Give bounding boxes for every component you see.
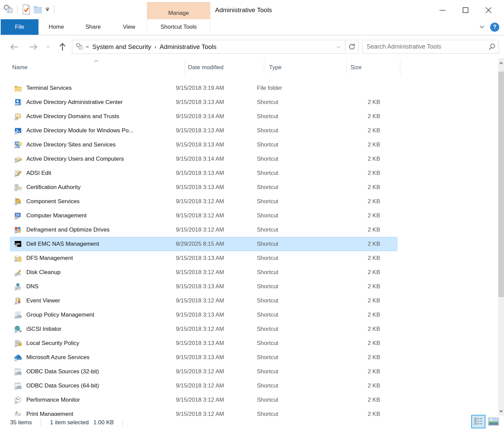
item-name: Component Services <box>23 198 176 205</box>
properties-check-icon[interactable] <box>21 4 32 15</box>
item-type: Shortcut <box>257 340 338 347</box>
table-row[interactable]: Certification Authority 9/15/2018 3:13 A… <box>10 180 397 194</box>
file-list: Terminal Services 9/15/2018 3:19 AM File… <box>0 81 493 416</box>
item-name: Microsoft Azure Services <box>23 354 176 361</box>
emc-icon: EMC <box>14 240 23 248</box>
item-type: Shortcut <box>257 113 338 120</box>
table-row[interactable]: ODBC Data Sources (64-bit) 9/15/2018 3:1… <box>10 379 397 393</box>
item-date-modified: 9/15/2018 3:13 AM <box>176 255 257 262</box>
tab-shortcut-tools[interactable]: Shortcut Tools <box>147 19 210 35</box>
tab-home[interactable]: Home <box>44 19 69 35</box>
item-size: 2 KB <box>338 297 383 304</box>
table-row[interactable]: Component Services 9/15/2018 3:12 AM Sho… <box>10 194 397 209</box>
vertical-scrollbar <box>498 58 504 416</box>
forward-icon[interactable] <box>29 43 38 51</box>
scrollbar-thumb[interactable] <box>498 72 504 297</box>
minimize-button[interactable] <box>431 4 454 16</box>
contextual-tab-manage[interactable]: Manage <box>147 2 210 19</box>
item-date-modified: 9/15/2018 3:19 AM <box>176 85 257 91</box>
address-folder-icon <box>76 43 84 51</box>
ad-admin-center-icon <box>14 98 23 106</box>
table-row[interactable]: Computer Management 9/15/2018 3:12 AM Sh… <box>10 209 397 223</box>
item-date-modified: 9/15/2018 3:14 AM <box>176 113 257 120</box>
table-row[interactable]: ODBC Data Sources (32-bit) 9/15/2018 3:1… <box>10 365 397 379</box>
item-type: Shortcut <box>257 368 338 375</box>
table-row[interactable]: ADSI Edit 9/15/2018 3:13 AM Shortcut 2 K… <box>10 166 397 180</box>
column-header-type[interactable]: Type <box>264 58 346 77</box>
defrag-icon <box>14 226 23 234</box>
titlebar: Manage Administrative Tools <box>0 0 504 19</box>
maximize-button[interactable] <box>454 4 477 16</box>
breadcrumb-administrative-tools[interactable]: Administrative Tools <box>158 43 219 51</box>
table-row[interactable]: Print Management 9/15/2018 3:12 AM Short… <box>10 407 397 416</box>
item-size: 2 KB <box>338 312 383 318</box>
column-header-date-modified[interactable]: Date modified <box>185 58 264 77</box>
tab-file[interactable]: File <box>1 19 38 35</box>
refresh-button[interactable] <box>345 40 358 53</box>
table-row[interactable]: DNS 9/15/2018 3:13 AM Shortcut 2 KB <box>10 279 397 294</box>
column-header-size[interactable]: Size <box>346 58 400 77</box>
item-date-modified: 9/15/2018 3:14 AM <box>176 156 257 162</box>
table-row[interactable]: iSCSI Initiator 9/15/2018 3:12 AM Shortc… <box>10 322 397 336</box>
table-row[interactable]: Local Security Policy 9/15/2018 3:13 AM … <box>10 336 397 350</box>
table-row[interactable]: Terminal Services 9/15/2018 3:19 AM File… <box>10 81 397 95</box>
scroll-up-icon[interactable] <box>498 58 504 67</box>
item-name: DNS <box>23 283 176 290</box>
crumb-separator-icon[interactable]: › <box>153 44 158 50</box>
table-row[interactable]: Event Viewer 9/15/2018 3:12 AM Shortcut … <box>10 294 397 308</box>
item-date-modified: 9/15/2018 3:12 AM <box>176 297 257 304</box>
back-icon[interactable] <box>9 43 19 51</box>
column-headers: Name Date modified Type Size <box>0 58 493 77</box>
azure-services-icon <box>14 353 23 361</box>
table-row[interactable]: Microsoft Azure Services 9/15/2018 3:13 … <box>10 350 397 365</box>
table-row[interactable]: Performance Monitor 9/15/2018 3:12 AM Sh… <box>10 393 397 407</box>
table-row[interactable]: Active Directory Domains and Trusts 9/15… <box>10 109 397 124</box>
table-row[interactable]: Group Policy Management 9/15/2018 3:13 A… <box>10 308 397 322</box>
powershell-icon <box>14 127 23 135</box>
item-type: Shortcut <box>257 297 338 304</box>
table-row[interactable]: EMC Dell EMC NAS Management 8/29/2025 8:… <box>10 237 397 251</box>
item-size: 2 KB <box>338 170 383 177</box>
local-security-icon <box>14 339 23 347</box>
tab-view[interactable]: View <box>118 19 140 35</box>
address-bar[interactable]: « System and Security › Administrative T… <box>72 40 359 54</box>
breadcrumb: « System and Security › Administrative T… <box>72 40 345 53</box>
shortcut-tools-label: Shortcut Tools <box>160 24 196 30</box>
table-row[interactable]: DFS Management 9/15/2018 3:13 AM Shortcu… <box>10 251 397 265</box>
details-view-button[interactable] <box>471 415 485 428</box>
up-icon[interactable] <box>58 43 67 51</box>
column-header-name[interactable]: Name <box>10 58 185 77</box>
item-name: Performance Monitor <box>23 397 176 403</box>
item-size: 2 KB <box>338 141 383 148</box>
item-size: 2 KB <box>338 368 383 375</box>
tab-share[interactable]: Share <box>81 19 105 35</box>
breadcrumb-system-and-security[interactable]: System and Security <box>90 43 153 51</box>
search-input[interactable] <box>362 40 499 54</box>
item-name: Local Security Policy <box>23 340 176 347</box>
item-size: 2 KB <box>338 382 383 389</box>
items-count: 35 items <box>10 419 32 426</box>
group-policy-icon <box>14 311 23 319</box>
help-icon[interactable]: ? <box>490 23 499 32</box>
selected-count: 1 item selected <box>50 419 88 426</box>
breadcrumb-overflow[interactable]: « <box>84 43 90 51</box>
large-icons-view-button[interactable] <box>488 417 499 426</box>
table-row[interactable]: Active Directory Administrative Center 9… <box>10 95 397 109</box>
table-row[interactable]: Defragment and Optimize Drives 9/15/2018… <box>10 223 397 237</box>
expand-ribbon-icon[interactable] <box>480 23 483 31</box>
table-row[interactable]: Active Directory Module for Windows Po..… <box>10 124 397 138</box>
table-row[interactable]: Active Directory Sites and Services 9/15… <box>10 138 397 152</box>
item-type: Shortcut <box>257 382 338 389</box>
item-type: Shortcut <box>257 397 338 403</box>
close-button[interactable] <box>477 4 500 16</box>
item-name: Active Directory Domains and Trusts <box>23 113 176 120</box>
customize-qat-icon[interactable] <box>44 4 51 15</box>
address-dropdown-icon[interactable] <box>337 43 342 51</box>
ad-sites-services-icon <box>14 141 23 149</box>
table-row[interactable]: Disk Cleanup 9/15/2018 3:12 AM Shortcut … <box>10 265 397 279</box>
search-icon[interactable] <box>488 43 496 52</box>
new-folder-icon[interactable] <box>32 4 44 15</box>
recent-locations-icon[interactable] <box>47 45 49 49</box>
table-row[interactable]: Active Directory Users and Computers 9/1… <box>10 152 397 166</box>
item-name: ODBC Data Sources (64-bit) <box>23 382 176 389</box>
